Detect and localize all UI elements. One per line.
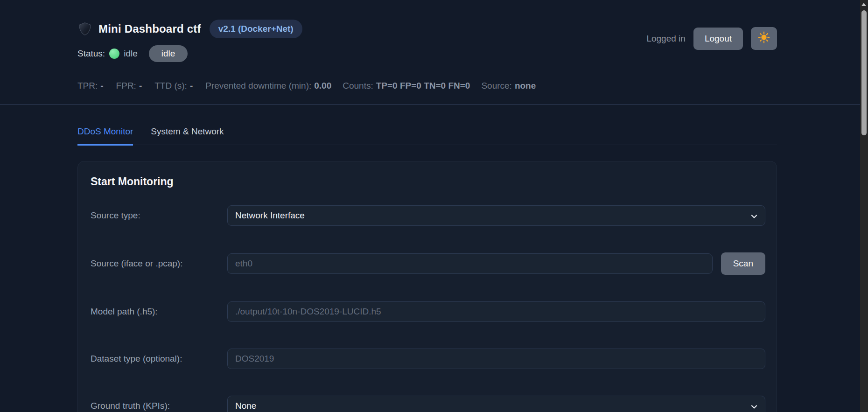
status-label: Status: — [77, 49, 105, 59]
source-label: Source (iface or .pcap): — [91, 258, 227, 269]
source-type-row: Source type: Network Interface — [91, 205, 765, 226]
tab-ddos-monitor[interactable]: DDoS Monitor — [77, 126, 133, 146]
metric-counts: Counts:TP=0 FP=0 TN=0 FN=0 — [343, 81, 470, 91]
status-badge: idle — [149, 45, 188, 62]
dataset-type-label: Dataset type (optional): — [91, 354, 227, 364]
model-path-input[interactable] — [227, 301, 765, 322]
ground-truth-select[interactable]: None — [227, 396, 765, 412]
logout-button[interactable]: Logout — [693, 28, 743, 50]
metric-prevented-downtime: Prevented downtime (min):0.00 — [205, 81, 331, 91]
dataset-type-input[interactable] — [227, 349, 765, 369]
source-type-label: Source type: — [91, 210, 227, 221]
scan-button[interactable]: Scan — [721, 252, 765, 275]
scrollbar-thumb[interactable] — [861, 10, 867, 135]
header-right: Logged in Logout — [646, 27, 777, 50]
start-monitoring-panel: Start Monitoring Source type: Network In… — [77, 161, 777, 412]
version-badge: v2.1 (Docker+Net) — [210, 20, 302, 38]
chevron-down-icon — [750, 403, 758, 410]
source-row: Source (iface or .pcap): Scan — [91, 252, 765, 275]
metrics-bar: TPR:- FPR:- TTD (s):- Prevented downtime… — [77, 81, 777, 91]
status-dot-icon — [109, 49, 119, 59]
status-text: idle — [124, 49, 138, 59]
metric-source: Source:none — [481, 81, 536, 91]
tab-system-network[interactable]: System & Network — [151, 126, 224, 145]
theme-toggle-button[interactable] — [751, 27, 777, 50]
metric-tpr: TPR:- — [77, 81, 104, 91]
page-scrollbar[interactable] — [860, 0, 868, 412]
ground-truth-label: Ground truth (KPIs): — [91, 401, 227, 411]
page-title: Mini Dashboard ctf — [98, 22, 201, 35]
metric-fpr: FPR:- — [116, 81, 142, 91]
panel-title: Start Monitoring — [91, 175, 765, 188]
main-tabs: DDoS Monitor System & Network — [77, 126, 777, 145]
header-left: Mini Dashboard ctf v2.1 (Docker+Net) Sta… — [77, 20, 302, 62]
sun-icon — [758, 31, 770, 46]
chevron-down-icon — [750, 212, 758, 220]
shield-logo-icon — [77, 21, 92, 36]
source-type-select[interactable]: Network Interface — [227, 205, 765, 226]
source-input[interactable] — [227, 253, 713, 274]
model-path-row: Model path (.h5): — [91, 301, 765, 322]
app-header: Mini Dashboard ctf v2.1 (Docker+Net) Sta… — [0, 0, 868, 105]
dataset-type-row: Dataset type (optional): — [91, 349, 765, 369]
metric-ttd: TTD (s):- — [154, 81, 193, 91]
scroll-up-arrow-icon[interactable] — [861, 3, 866, 6]
logged-in-label: Logged in — [646, 34, 685, 44]
model-path-label: Model path (.h5): — [91, 307, 227, 317]
ground-truth-row: Ground truth (KPIs): None — [91, 396, 765, 412]
